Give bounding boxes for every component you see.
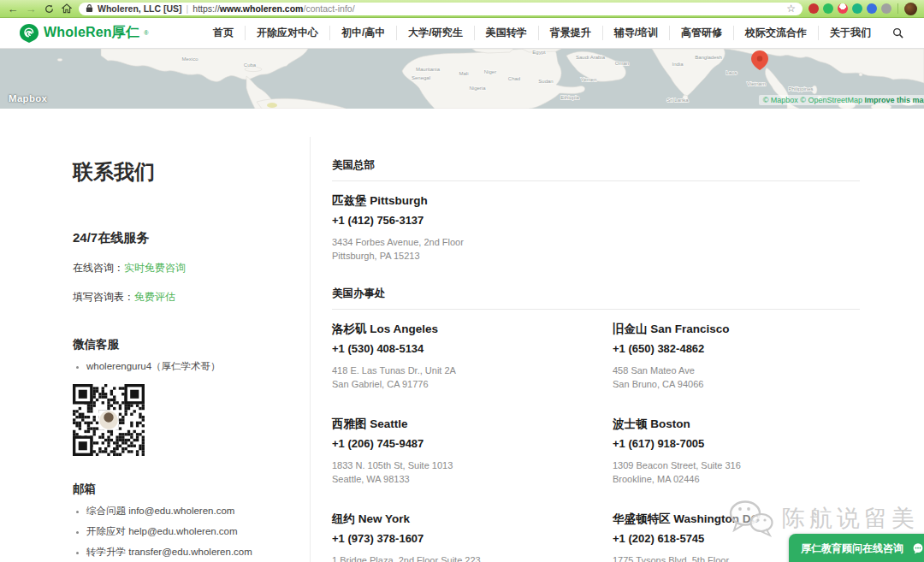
chat-widget-label: 厚仁教育顾问在线咨询 — [801, 541, 903, 556]
map-label: Mauritania — [416, 67, 441, 72]
contact-sidebar: 联系我们 24/7在线服务 在线咨询：实时免费咨询 填写咨询表：免费评估 微信客… — [73, 158, 297, 562]
back-icon[interactable]: ← — [7, 3, 19, 15]
evernote-icon[interactable] — [823, 3, 833, 14]
hq-section-title: 美国总部 — [332, 158, 860, 173]
nav-item-middle-high-school[interactable]: 初中/高中 — [329, 26, 396, 40]
extension-icons — [808, 3, 917, 15]
mapbox-logo[interactable]: Mapbox — [9, 93, 47, 104]
map-label: Oman — [615, 61, 629, 66]
map-label: Bangladesh — [695, 55, 722, 60]
chat-bubble-icon — [912, 539, 924, 558]
email-list: 综合问题 info@edu.wholeren.com 开除应对 help@edu… — [86, 505, 297, 562]
star-icon[interactable]: ☆ — [786, 3, 796, 15]
map-label: Cuba — [244, 62, 257, 68]
home-icon[interactable] — [61, 3, 73, 15]
divider — [332, 180, 860, 181]
map-label: Vietnam — [747, 81, 766, 86]
nav-item-college-grad[interactable]: 大学/研究生 — [396, 26, 473, 40]
office-new-york: 纽约 New York +1 (973) 378-1607 1 Bridge P… — [332, 512, 613, 562]
lock-icon — [86, 3, 93, 15]
map-label: Laos — [726, 70, 737, 75]
nav-item-background[interactable]: 背景提升 — [538, 26, 602, 40]
column-divider — [310, 137, 311, 562]
search-icon[interactable] — [882, 27, 905, 38]
map-attribution: © Mapbox © OpenStreetMap Improve this ma… — [759, 95, 924, 105]
grammarly-icon[interactable] — [852, 3, 862, 14]
main-nav: 首页 开除应对中心 初中/高中 大学/研究生 美国转学 背景提升 辅导/培训 高… — [202, 26, 905, 40]
office-seattle: 西雅图 Seattle +1 (206) 745-9487 1833 N. 10… — [332, 417, 613, 487]
world-map[interactable]: Mexico Cuba Mauritania Senegal Mali Nige… — [0, 49, 924, 109]
online-consult-line: 在线咨询：实时免费咨询 — [73, 261, 297, 275]
gray-extension-icon[interactable] — [881, 3, 891, 14]
forward-icon[interactable]: → — [25, 3, 37, 15]
wechat-account: wholerenguru4（厚仁学术哥） — [86, 360, 297, 373]
map-label: Yemen — [581, 77, 596, 82]
offices-grid: 洛杉矶 Los Angeles +1 (530) 408-5134 418 E.… — [332, 322, 860, 562]
map-label: Senegal — [412, 75, 430, 80]
nav-item-about-us[interactable]: 关于我们 — [818, 26, 882, 40]
wechat-account-list: wholerenguru4（厚仁学术哥） — [86, 360, 297, 373]
email-item: 综合问题 info@edu.wholeren.com — [86, 505, 297, 518]
map-label: Ethiopia — [560, 95, 579, 100]
map-label: Philippines — [788, 86, 813, 92]
email-link[interactable]: help@edu.wholeren.com — [128, 526, 237, 536]
page-title: 联系我们 — [73, 158, 297, 186]
site-header: WholeRen厚仁® 首页 开除应对中心 初中/高中 大学/研究生 美国转学 … — [0, 18, 924, 49]
refresh-icon[interactable] — [43, 3, 55, 15]
offices-section-title: 美国办事处 — [332, 287, 860, 301]
map-label: Mexico — [181, 56, 198, 62]
email-link[interactable]: info@edu.wholeren.com — [128, 506, 234, 516]
online-chat-widget[interactable]: 厚仁教育顾问在线咨询 — [789, 534, 924, 562]
map-label: Sri Lanka — [666, 98, 689, 103]
page-url: https://www.wholeren.com/contact-info/ — [192, 3, 354, 14]
office-san-francisco: 旧金山 San Francisco +1 (650) 382-4862 458 … — [613, 322, 860, 392]
nav-item-executive[interactable]: 高管研修 — [669, 26, 733, 40]
nav-item-home[interactable]: 首页 — [202, 26, 245, 40]
free-evaluation-link[interactable]: 免费评估 — [134, 291, 175, 303]
offices-main: 美国总部 匹兹堡 Pittsburgh +1 (412) 756-3137 34… — [332, 158, 860, 562]
map-label: Sudan — [538, 79, 553, 84]
map-label: Saudi Arabia — [576, 55, 606, 60]
office-pittsburgh: 匹兹堡 Pittsburgh +1 (412) 756-3137 3434 Fo… — [332, 193, 860, 263]
site-identity: Wholeren, LLC [US] — [98, 3, 182, 14]
email-item: 开除应对 help@edu.wholeren.com — [86, 525, 297, 538]
improve-map-link[interactable]: Improve this map — [864, 96, 924, 104]
free-consult-link[interactable]: 实时免费咨询 — [124, 262, 186, 274]
wholeren-logo[interactable]: WholeRen厚仁® — [19, 23, 148, 44]
map-label: Nigeria — [469, 86, 486, 91]
wechat-qr-code — [73, 384, 145, 456]
map-label: India — [672, 62, 684, 67]
map-label: Egypt — [532, 50, 546, 55]
nav-item-dismissal-center[interactable]: 开除应对中心 — [245, 26, 329, 40]
map-label: Chad — [508, 76, 520, 81]
office-los-angeles: 洛杉矶 Los Angeles +1 (530) 408-5134 418 E.… — [332, 322, 613, 392]
blue-extension-icon[interactable] — [867, 3, 877, 14]
office-boston: 波士顿 Boston +1 (617) 918-7005 1309 Beacon… — [613, 417, 860, 487]
nav-item-school-cooperation[interactable]: 校际交流合作 — [733, 26, 818, 40]
browser-window: ← → Wholeren, LLC [US] | https://www.who… — [0, 0, 924, 562]
map-label: Niger — [484, 69, 496, 74]
pocket-icon[interactable] — [838, 3, 848, 14]
consult-form-line: 填写咨询表：免费评估 — [73, 290, 297, 305]
wholeren-logo-icon — [19, 23, 39, 44]
email-item: 转学升学 transfer@edu.wholeren.com — [86, 546, 297, 559]
wechat-service-title: 微信客服 — [73, 337, 297, 352]
nav-item-us-transfer[interactable]: 美国转学 — [474, 26, 538, 40]
profile-avatar[interactable] — [904, 3, 917, 15]
url-bar[interactable]: Wholeren, LLC [US] | https://www.wholere… — [79, 3, 803, 15]
logo-text: WholeRen厚仁 — [44, 24, 139, 42]
browser-toolbar: ← → Wholeren, LLC [US] | https://www.who… — [0, 0, 924, 18]
email-link[interactable]: transfer@edu.wholeren.com — [128, 547, 252, 557]
nav-item-tutoring[interactable]: 辅导/培训 — [602, 26, 669, 40]
email-title: 邮箱 — [73, 482, 297, 497]
map-label: Mali — [459, 71, 468, 76]
divider — [332, 309, 860, 310]
service-title: 24/7在线服务 — [73, 230, 297, 246]
adblock-icon[interactable] — [808, 3, 819, 14]
